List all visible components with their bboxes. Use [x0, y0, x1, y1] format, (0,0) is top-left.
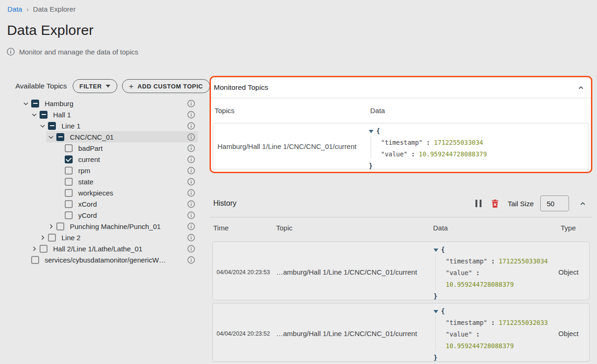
json-colon: :: [487, 319, 498, 326]
tree-item-body[interactable]: xCord: [54, 198, 198, 209]
add-custom-topic-label: ADD CUSTOM TOPIC: [137, 83, 203, 90]
chevron-right-icon[interactable]: [46, 222, 55, 231]
tree-item-services-cybusdatamonitor-genericw[interactable]: services/cybusdatamonitor/genericW…: [21, 254, 198, 265]
add-custom-topic-button[interactable]: + ADD CUSTOM TOPIC: [122, 79, 210, 93]
info-icon[interactable]: [187, 222, 195, 230]
tree-item-hall-1[interactable]: Hall 1: [21, 109, 198, 120]
info-icon[interactable]: [187, 245, 195, 253]
breadcrumb-link-data[interactable]: Data: [7, 5, 22, 13]
checkbox-line-1[interactable]: [48, 122, 56, 130]
tree-item-body[interactable]: CNC/CNC_01: [46, 131, 198, 142]
tree-item-hall-2-line-1-lathe-lathe-01[interactable]: Hall 2/Line 1/Lathe/Lathe_01: [21, 243, 198, 254]
json-collapse-icon[interactable]: [369, 130, 373, 133]
tree-item-body[interactable]: Line 2: [38, 232, 198, 243]
info-icon[interactable]: [187, 144, 195, 152]
chevron-right-icon[interactable]: [29, 244, 39, 253]
checkbox-state[interactable]: [65, 178, 73, 186]
checkbox-hall-1[interactable]: [40, 111, 47, 119]
json-colon: :: [472, 330, 480, 338]
tree-item-rpm[interactable]: rpm: [21, 165, 198, 176]
filter-button[interactable]: FILTER: [73, 79, 117, 93]
checkbox-hall-2-line-1-lathe-lathe-01[interactable]: [40, 245, 47, 253]
info-icon[interactable]: [187, 256, 195, 264]
chevron-down-icon[interactable]: [38, 121, 47, 130]
checkbox-hamburg[interactable]: [31, 100, 39, 108]
tree-item-line-1[interactable]: Line 1: [21, 120, 198, 131]
tree-item-badpart[interactable]: badPart: [21, 142, 198, 154]
tree-item-body[interactable]: Line 1: [38, 120, 198, 131]
tree-item-body[interactable]: Hall 1: [29, 109, 198, 120]
column-header-type: Type: [561, 224, 592, 232]
tree-item-workpieces[interactable]: workpieces: [21, 187, 198, 198]
tree-item-punching-machine-punch-01[interactable]: Punching Machine/Punch_01: [21, 221, 198, 232]
json-value: 1712255033034: [434, 139, 483, 146]
history-time: 04/04/2024 20:23:53: [217, 269, 276, 276]
tree-item-body[interactable]: services/cybusdatamonitor/genericW…: [21, 254, 198, 265]
checkbox-badpart[interactable]: [65, 144, 73, 152]
tree-item-body[interactable]: rpm: [54, 165, 198, 176]
info-icon[interactable]: [187, 133, 195, 141]
info-icon[interactable]: [187, 211, 195, 219]
chevron-down-icon[interactable]: [29, 110, 39, 119]
json-indent-guide: [435, 316, 436, 351]
column-header-data: Data: [370, 107, 385, 115]
checkbox-ycord[interactable]: [65, 211, 73, 219]
tree-item-cnc-cnc-01[interactable]: CNC/CNC_01: [21, 131, 198, 142]
breadcrumb-separator-icon: ›: [27, 5, 29, 13]
checkbox-rpm[interactable]: [65, 167, 73, 175]
info-icon[interactable]: [187, 178, 195, 186]
tree-item-body[interactable]: current: [54, 154, 198, 165]
tree-item-label: yCord: [78, 211, 97, 219]
checkbox-services-cybusdatamonitor-genericw[interactable]: [31, 256, 39, 264]
page-subtitle-text: Monitor and manage the data of topics: [19, 48, 138, 56]
json-close-brace: }: [369, 162, 373, 169]
tree-item-current[interactable]: current: [21, 154, 198, 165]
chevron-down-icon[interactable]: [21, 99, 30, 108]
info-icon[interactable]: [187, 111, 195, 119]
tree-item-body[interactable]: workpieces: [54, 187, 198, 198]
tree-item-body[interactable]: state: [54, 176, 198, 187]
tail-size-input[interactable]: [540, 195, 569, 211]
tree-item-line-2[interactable]: Line 2: [21, 232, 198, 243]
info-icon: [7, 47, 15, 56]
clear-history-trash-icon[interactable]: [491, 199, 499, 208]
json-value: 1712255032033: [499, 319, 548, 326]
tree-item-body[interactable]: Hamburg: [21, 98, 198, 109]
json-collapse-icon[interactable]: [434, 310, 438, 313]
tree-item-label: current: [78, 155, 100, 163]
checkbox-current[interactable]: [65, 155, 73, 163]
info-icon[interactable]: [187, 155, 195, 163]
info-icon[interactable]: [187, 122, 195, 130]
json-collapse-icon[interactable]: [434, 249, 438, 252]
info-icon[interactable]: [187, 100, 195, 108]
info-icon[interactable]: [187, 234, 195, 242]
chevron-down-icon[interactable]: [46, 132, 55, 142]
history-time: 04/04/2024 20:23:52: [217, 330, 276, 337]
tree-item-state[interactable]: state: [21, 176, 198, 187]
history-row: 04/04/2024 20:23:52…amburg/Hall 1/Line 1…: [212, 303, 590, 362]
chevron-up-icon[interactable]: [577, 84, 585, 92]
json-value: 1712255033034: [499, 257, 548, 265]
info-icon[interactable]: [187, 167, 195, 175]
checkbox-workpieces[interactable]: [65, 189, 73, 197]
tree-item-body[interactable]: Hall 2/Line 1/Lathe/Lathe_01: [29, 243, 198, 254]
tree-item-body[interactable]: yCord: [54, 209, 198, 221]
chevron-right-icon[interactable]: [38, 233, 47, 242]
tree-item-hamburg[interactable]: Hamburg: [21, 98, 198, 109]
tree-item-body[interactable]: badPart: [54, 142, 198, 154]
json-value: 10.959244728088379: [419, 150, 487, 158]
json-value: 10.959244728088379: [446, 342, 514, 350]
history-rows: 04/04/2024 20:23:53…amburg/Hall 1/Line 1…: [212, 242, 590, 364]
pause-icon[interactable]: [475, 200, 482, 207]
info-icon[interactable]: [187, 189, 195, 197]
chevron-up-icon[interactable]: [579, 200, 587, 208]
info-icon[interactable]: [187, 200, 195, 208]
checkbox-punching-machine-punch-01[interactable]: [56, 222, 64, 230]
checkbox-line-2[interactable]: [48, 234, 56, 242]
tree-item-xcord[interactable]: xCord: [21, 198, 198, 209]
checkbox-cnc-cnc-01[interactable]: [56, 133, 64, 141]
tree-item-ycord[interactable]: yCord: [21, 209, 198, 221]
tree-item-body[interactable]: Punching Machine/Punch_01: [46, 221, 198, 232]
checkbox-xcord[interactable]: [65, 200, 73, 208]
json-key: "timestamp": [446, 319, 487, 326]
